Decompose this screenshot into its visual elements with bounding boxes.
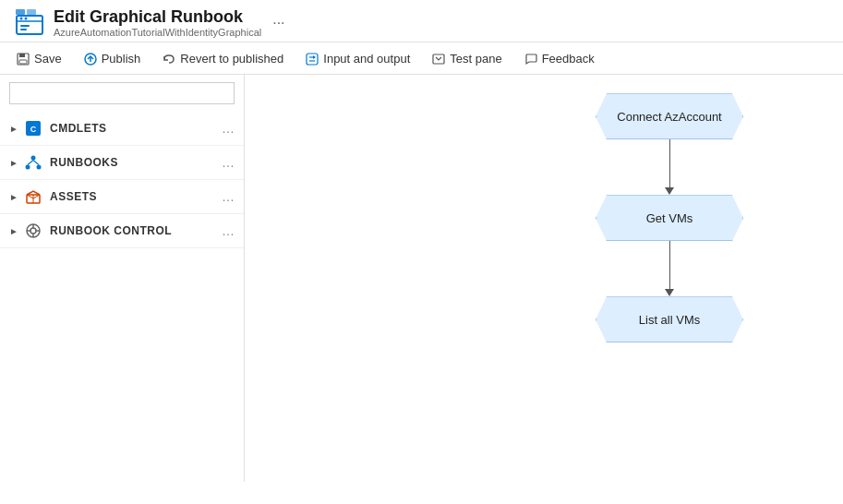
- sidebar-item-runbooks[interactable]: ► RUNBOOKS …: [0, 146, 244, 180]
- header-titles: Edit Graphical Runbook AzureAutomationTu…: [54, 7, 261, 38]
- chevron-right-icon: ►: [9, 124, 18, 134]
- revert-label: Revert to published: [180, 52, 283, 66]
- page-title: Edit Graphical Runbook: [54, 7, 261, 27]
- svg-point-29: [30, 228, 36, 234]
- sidebar-search-container: [0, 75, 244, 112]
- save-label: Save: [34, 52, 62, 66]
- svg-rect-9: [19, 54, 25, 57]
- assets-icon: [24, 187, 42, 206]
- cmdlets-icon: C: [24, 119, 42, 138]
- control-icon: [24, 222, 42, 240]
- app-icon: [15, 8, 44, 38]
- svg-point-3: [25, 17, 28, 19]
- input-output-label: Input and output: [323, 52, 410, 66]
- svg-point-2: [20, 17, 23, 19]
- search-input[interactable]: [9, 82, 235, 104]
- revert-button[interactable]: Revert to published: [153, 46, 293, 70]
- arrow-head: [665, 289, 674, 296]
- flow-arrow-2: [665, 241, 674, 296]
- flow-node-connect[interactable]: Connect AzAccount: [596, 93, 743, 139]
- test-pane-button[interactable]: Test pane: [423, 46, 511, 70]
- main-layout: ► C CMDLETS … ►: [0, 75, 843, 482]
- publish-button[interactable]: Publish: [75, 46, 151, 70]
- feedback-label: Feedback: [542, 52, 595, 66]
- cmdlets-more-button[interactable]: …: [222, 121, 235, 136]
- save-icon: [17, 51, 30, 66]
- input-output-icon: [306, 51, 319, 66]
- test-pane-label: Test pane: [450, 52, 501, 66]
- sidebar-item-cmdlets[interactable]: ► C CMDLETS …: [0, 112, 244, 146]
- chevron-right-icon: ►: [9, 158, 18, 168]
- arrow-head: [665, 187, 674, 195]
- flow-node-list-vms[interactable]: List all VMs: [596, 296, 743, 342]
- header: Edit Graphical Runbook AzureAutomationTu…: [0, 0, 843, 42]
- svg-text:C: C: [30, 125, 37, 134]
- sidebar-item-runbook-control[interactable]: ► RUNBOOK CONTROL …: [0, 214, 244, 248]
- canvas: Connect AzAccount Get VMs List all VMs: [245, 75, 843, 482]
- cmdlets-label: CMDLETS: [50, 122, 222, 135]
- more-options-button[interactable]: ...: [272, 11, 284, 28]
- svg-point-20: [26, 165, 30, 170]
- save-button[interactable]: Save: [7, 46, 71, 70]
- svg-rect-6: [16, 9, 25, 15]
- runbooks-more-button[interactable]: …: [222, 155, 235, 170]
- revert-icon: [163, 51, 175, 66]
- sidebar: ► C CMDLETS … ►: [0, 75, 245, 482]
- page-subtitle: AzureAutomationTutorialWithIdentityGraph…: [54, 27, 261, 38]
- runbook-control-more-button[interactable]: …: [222, 223, 235, 238]
- svg-point-21: [37, 165, 42, 170]
- runbooks-icon: [24, 153, 42, 172]
- svg-rect-7: [27, 9, 36, 15]
- svg-rect-10: [19, 60, 27, 64]
- chevron-right-icon: ►: [9, 192, 18, 202]
- assets-label: ASSETS: [50, 190, 222, 203]
- runbook-control-label: RUNBOOK CONTROL: [50, 224, 222, 237]
- arrow-line: [669, 241, 670, 289]
- flow-node-get-vms-label: Get VMs: [646, 211, 693, 225]
- svg-line-22: [28, 161, 33, 165]
- publish-icon: [84, 51, 97, 66]
- feedback-button[interactable]: Feedback: [515, 46, 604, 70]
- flow-arrow-1: [665, 139, 674, 195]
- sidebar-item-assets[interactable]: ► ASSETS …: [0, 180, 244, 214]
- flow-node-list-vms-label: List all VMs: [639, 313, 700, 327]
- test-pane-icon: [432, 51, 445, 66]
- flow-node-connect-label: Connect AzAccount: [617, 110, 721, 124]
- svg-rect-4: [20, 25, 30, 27]
- svg-rect-16: [433, 54, 444, 64]
- chevron-right-icon: ►: [9, 226, 18, 236]
- flow-diagram: Connect AzAccount Get VMs List all VMs: [596, 93, 743, 342]
- svg-rect-5: [20, 29, 27, 30]
- feedback-icon: [524, 51, 537, 66]
- svg-line-23: [33, 161, 39, 165]
- input-output-button[interactable]: Input and output: [296, 46, 419, 70]
- arrow-line: [669, 139, 670, 187]
- svg-rect-13: [307, 54, 318, 65]
- assets-more-button[interactable]: …: [222, 189, 235, 204]
- svg-point-19: [31, 156, 36, 161]
- flow-node-get-vms[interactable]: Get VMs: [596, 195, 743, 241]
- runbooks-label: RUNBOOKS: [50, 156, 222, 169]
- toolbar: Save Publish Revert to published: [0, 42, 843, 75]
- publish-label: Publish: [102, 52, 141, 66]
